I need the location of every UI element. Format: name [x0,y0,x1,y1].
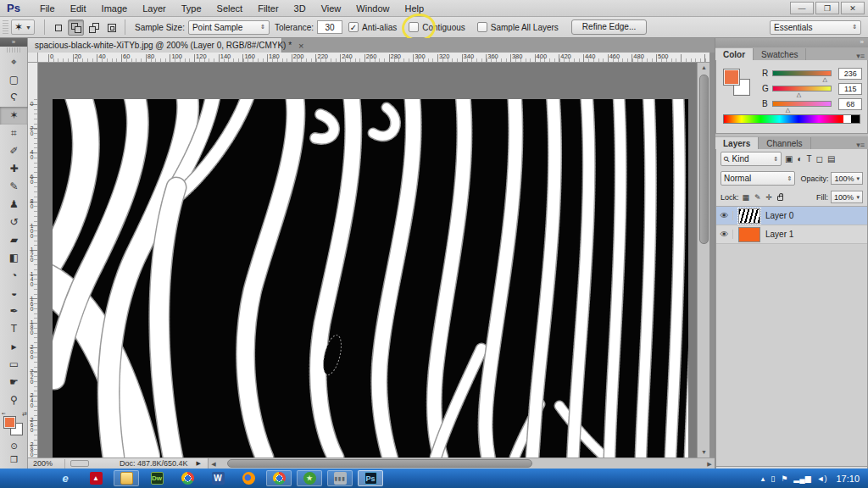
blend-mode-select[interactable]: Normal ⇕ [721,171,795,186]
filter-adjustment-icon[interactable]: ◐ [797,154,802,164]
taskbar-badge-app[interactable]: ★ [297,470,322,486]
panel-menu-icon[interactable]: ▾≡ [856,141,868,149]
taskbar-internet-explorer[interactable]: e [53,470,78,486]
tab-close-icon[interactable]: × [298,41,303,51]
gradient-tool[interactable]: ◧ [0,249,28,267]
tray-volume-icon[interactable]: ◄) [817,474,827,483]
sample-size-select[interactable]: Point Sample ⇕ [188,20,270,35]
menu-layer[interactable]: Layer [135,2,174,15]
tray-power-icon[interactable]: ▯ [771,474,775,483]
subtract-from-selection-button[interactable] [86,19,102,36]
foreground-color-swatch[interactable] [723,69,740,86]
slider-thumb-icon[interactable]: △ [823,76,827,83]
eyedropper-tool[interactable]: ✐ [0,142,28,160]
horizontal-scrollbar[interactable]: ◀ ▶ [208,458,715,469]
new-selection-button[interactable] [50,19,66,36]
menu-image[interactable]: Image [94,2,136,15]
slider-track[interactable]: △ [772,86,832,92]
slider-value[interactable]: 236 [838,68,862,80]
blur-tool[interactable]: ◔ [0,267,28,285]
tolerance-input[interactable]: 30 [317,20,342,34]
zoom-tool[interactable]: ⚲ [0,391,28,409]
quick-mask-button[interactable]: ⊙ [0,440,28,453]
restore-button[interactable]: ❐ [815,2,839,14]
intersect-selection-button[interactable] [103,19,120,36]
scroll-down-icon[interactable]: ▼ [698,447,710,458]
eraser-tool[interactable]: ▰ [0,231,28,249]
lock-all-icon[interactable] [777,196,783,201]
tray-flag-icon[interactable]: ⚑ [781,474,787,483]
menu-3d[interactable]: 3D [287,2,314,15]
refine-edge-button[interactable]: Refine Edge... [571,19,647,35]
filter-shape-icon[interactable]: ◻ [816,154,823,164]
marquee-tool[interactable]: ▢ [0,71,28,89]
magic-wand-tool[interactable]: ✶ [0,107,28,125]
sample-all-layers-checkbox[interactable]: Sample All Layers [477,22,559,32]
taskbar-color-ball[interactable] [175,470,200,486]
workspace-select[interactable]: Essentials ⇕ [770,20,861,35]
history-brush-tool[interactable]: ↺ [0,214,28,231]
slider-thumb-icon[interactable]: △ [797,92,801,98]
menu-edit[interactable]: Edit [63,2,94,15]
shape-tool[interactable]: ▭ [0,356,28,374]
horizontal-scroll-thumb[interactable] [227,459,532,468]
menu-type[interactable]: Type [174,2,209,15]
close-button[interactable]: ✕ [841,2,865,14]
hand-tool[interactable]: ☛ [0,374,28,391]
color-spectrum-bar[interactable] [723,114,860,124]
dodge-tool[interactable]: ◒ [0,285,28,302]
tray-network-icon[interactable]: ▂▄▆ [793,474,810,483]
visibility-eye-icon[interactable]: 👁 [716,211,733,220]
foreground-color-chip[interactable] [3,416,16,429]
tab-channels[interactable]: Channels [759,137,810,149]
lasso-tool[interactable]: Ϛ [0,89,28,107]
tray-expand-icon[interactable]: ▴ [761,474,765,483]
taskbar-acrobat[interactable]: ▲ [83,470,108,486]
path-select-tool[interactable]: ▸ [0,338,28,356]
tool-preset-picker[interactable]: ✶ ▼ [11,19,35,35]
slider-value[interactable]: 115 [838,83,862,95]
menu-filter[interactable]: Filter [250,2,286,15]
layer-filter-select[interactable]: ⚲ Kind ⇕ [721,152,782,166]
scroll-right-icon[interactable]: ▶ [704,458,715,469]
minimize-button[interactable]: — [790,2,814,14]
slider-track[interactable]: △ [772,70,832,76]
opacity-field[interactable]: 100% ▾ [831,172,863,185]
vertical-scroll-thumb[interactable] [699,75,709,244]
tab-swatches[interactable]: Swatches [754,48,806,60]
zoom-level-field[interactable]: 200% [28,459,65,469]
taskbar-photoshop[interactable]: Ps [358,470,383,486]
taskbar-levels-app[interactable]: ▮▮▮ [327,470,353,486]
filter-image-icon[interactable]: ▣ [785,154,793,164]
scroll-left-icon[interactable]: ◀ [209,458,219,469]
taskbar-explorer[interactable] [114,470,139,486]
crop-tool[interactable]: ⌗ [0,125,28,142]
contiguous-checkbox[interactable]: Contiguous [409,22,465,32]
menu-help[interactable]: Help [397,2,431,15]
tab-layers[interactable]: Layers [715,137,759,149]
taskbar-firefox[interactable] [236,470,261,486]
filter-type-icon[interactable]: T [807,154,812,164]
checkbox[interactable]: ✓ [348,22,359,32]
add-to-selection-button[interactable] [68,19,84,36]
lock-position-icon[interactable]: ✛ [766,193,773,202]
brush-tool[interactable]: ✎ [0,178,28,196]
swap-colors-icon[interactable]: ⇄ [22,411,27,418]
pen-tool[interactable]: ✒ [0,302,28,320]
taskbar-dreamweaver[interactable]: Dw [144,470,170,486]
slider-value[interactable]: 68 [838,98,862,110]
vertical-scrollbar[interactable]: ▲ ▼ [697,63,709,458]
layer-row-0[interactable]: 👁 Layer 0 [716,207,867,225]
clone-stamp-tool[interactable]: ♟ [0,196,28,214]
checkbox[interactable] [477,22,487,32]
menu-file[interactable]: File [32,2,63,15]
checkbox[interactable] [409,22,419,32]
layer-row-1[interactable]: 👁 Layer 1 [716,225,867,244]
screen-mode-button[interactable]: ❐ [0,453,28,467]
canvas[interactable] [38,63,697,458]
menu-view[interactable]: View [314,2,349,15]
filter-smart-object-icon[interactable]: ▤ [827,154,835,164]
layer-thumbnail[interactable] [738,208,760,224]
lock-transparency-icon[interactable]: ▦ [743,193,750,202]
taskbar-word[interactable]: W [205,470,231,486]
